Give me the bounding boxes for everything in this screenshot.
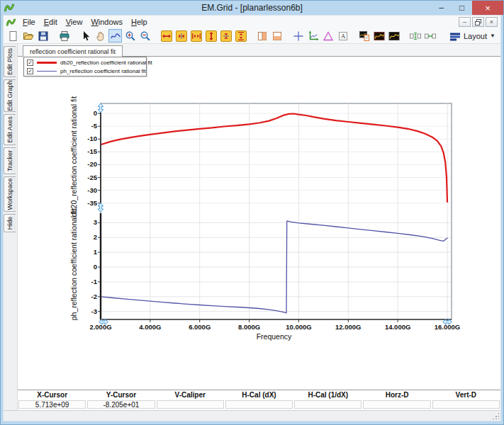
- legend-entry: ✓ph_reflection coefficient rational fit: [24, 67, 146, 75]
- expand-x-icon[interactable]: [159, 29, 173, 42]
- plot-region: 0-5-10-15-20-25-30-353210-1-2-32.000G4.0…: [18, 57, 500, 390]
- plot-single-icon[interactable]: [387, 29, 401, 42]
- legend-line-sample: [37, 62, 57, 64]
- zoom-region-icon[interactable]: [108, 29, 122, 42]
- legend-label: ph_reflection coefficient rational fit: [60, 68, 146, 74]
- copy-plot-icon[interactable]: [357, 29, 371, 42]
- status-value: [363, 400, 430, 409]
- legend-checkbox[interactable]: ✓: [27, 68, 33, 74]
- sidebar-tab-edit-graph[interactable]: Edit Graph: [4, 79, 16, 112]
- window-title: EM.Grid - [planarlesson6b]: [1, 3, 503, 13]
- sidebar-tab-workspace[interactable]: Workspace: [4, 176, 16, 212]
- svg-text:1: 1: [94, 248, 98, 256]
- mdi-close-button[interactable]: ×: [486, 17, 498, 27]
- svg-text:-15: -15: [87, 147, 97, 155]
- svg-text:6.000G: 6.000G: [189, 323, 211, 331]
- vertical-spacing-icon[interactable]: [408, 29, 422, 42]
- status-value: 5.713e+09: [18, 400, 86, 409]
- fit-x-icon[interactable]: [189, 29, 203, 42]
- mdi-minimize-button[interactable]: –: [459, 17, 471, 27]
- mdi-restore-button[interactable]: [472, 17, 484, 27]
- svg-text:-30: -30: [87, 186, 97, 194]
- svg-text:0: 0: [94, 263, 97, 271]
- sidebar-tab-edit-axes[interactable]: Edit Axes: [4, 114, 16, 145]
- svg-text:3: 3: [94, 218, 97, 226]
- save-icon[interactable]: [36, 29, 50, 42]
- menu-file[interactable]: File: [18, 16, 40, 28]
- window-minimize-button[interactable]: –: [431, 1, 452, 15]
- svg-text:A: A: [340, 33, 345, 40]
- status-header: Horz-D: [362, 390, 431, 400]
- axes-icon[interactable]: [306, 29, 320, 42]
- window-close-button[interactable]: ×: [472, 1, 503, 15]
- emgrid-logo-icon: [4, 3, 14, 13]
- layout-button-label: Layout: [464, 32, 487, 40]
- menu-help[interactable]: Help: [127, 16, 152, 28]
- document-tab-bar: reflection coefficient rational fit: [18, 44, 500, 57]
- app-window: EM.Grid - [planarlesson6b] – □ × FileEdi…: [0, 0, 504, 425]
- sidebar-tab-edit-plots[interactable]: Edit Plots: [4, 46, 16, 77]
- vertical-split-icon[interactable]: [255, 29, 269, 42]
- sidebar: Edit PlotsEdit GraphEdit AxesTrackerWork…: [4, 44, 17, 410]
- shrink-y-icon[interactable]: [219, 29, 233, 42]
- sidebar-tab-hide[interactable]: Hide: [4, 214, 16, 232]
- zoom-out-icon[interactable]: [138, 29, 152, 42]
- status-value: [294, 400, 362, 409]
- status-value: [432, 400, 500, 409]
- svg-text:-20: -20: [87, 160, 97, 168]
- plot-border: [101, 103, 452, 319]
- horizontal-split-icon[interactable]: [270, 29, 284, 42]
- legend-checkbox[interactable]: ✓: [27, 60, 33, 66]
- shrink-x-icon[interactable]: [174, 29, 188, 42]
- workspace: Edit PlotsEdit GraphEdit AxesTrackerWork…: [4, 44, 500, 410]
- svg-text:-2: -2: [91, 293, 97, 300]
- toolbar: A Layout ▼: [4, 28, 500, 44]
- pointer-icon[interactable]: [79, 29, 92, 42]
- delta-marker-icon[interactable]: [321, 29, 335, 42]
- cursor-readout-table: X-CursorY-CursorV-CaliperH-Cal (dX)H-Cal…: [18, 390, 500, 410]
- open-file-icon[interactable]: [21, 29, 35, 42]
- ph-axis-title: ph_reflection coefficient rational fit: [69, 208, 78, 321]
- menu-bar: FileEditViewWindowsHelp –×: [4, 16, 500, 28]
- document-tab[interactable]: reflection coefficient rational fit: [23, 45, 123, 57]
- status-value: [225, 400, 293, 409]
- document-logo-icon: [6, 18, 16, 27]
- horizontal-spacing-icon[interactable]: [423, 29, 437, 42]
- svg-text:2.000G: 2.000G: [89, 323, 111, 331]
- status-strip: [4, 410, 500, 421]
- text-label-icon[interactable]: A: [336, 29, 349, 42]
- status-header: Vert-D: [432, 390, 500, 400]
- svg-text:-1: -1: [91, 278, 98, 285]
- window-maximize-button[interactable]: □: [452, 1, 472, 15]
- menu-edit[interactable]: Edit: [40, 16, 62, 28]
- status-header: H-Cal (dX): [225, 390, 293, 400]
- status-header: Y-Cursor: [86, 390, 155, 400]
- expand-y-icon[interactable]: [204, 29, 218, 42]
- status-value: [157, 400, 224, 409]
- fit-y-icon[interactable]: [234, 29, 247, 42]
- legend-box[interactable]: ✓db20_reflection coefficient rational fi…: [23, 57, 147, 76]
- svg-text:-25: -25: [87, 174, 97, 181]
- svg-text:-35: -35: [87, 199, 97, 207]
- svg-text:14.000G: 14.000G: [385, 323, 410, 331]
- print-icon[interactable]: [57, 29, 71, 42]
- chart-svg: 0-5-10-15-20-25-30-353210-1-2-32.000G4.0…: [18, 57, 500, 390]
- resize-grip[interactable]: [492, 412, 499, 419]
- layout-button[interactable]: Layout ▼: [446, 30, 499, 42]
- menu-windows[interactable]: Windows: [86, 16, 127, 28]
- status-header: H-Cal (1/dX): [293, 390, 362, 400]
- svg-text:2: 2: [94, 233, 97, 241]
- crosshair-icon[interactable]: [291, 29, 305, 42]
- new-document-icon[interactable]: [6, 29, 20, 42]
- status-header: V-Caliper: [156, 390, 225, 400]
- pan-hand-icon[interactable]: [94, 29, 107, 42]
- layout-bars-icon: [449, 30, 461, 42]
- svg-text:-10: -10: [87, 135, 97, 142]
- svg-text:0: 0: [94, 109, 97, 117]
- sidebar-tab-tracker[interactable]: Tracker: [4, 147, 16, 174]
- svg-text:4.000G: 4.000G: [139, 323, 161, 331]
- legend-label: db20_reflection coefficient rational fit: [60, 60, 152, 66]
- zoom-in-icon[interactable]: [123, 29, 137, 42]
- plot-dual-icon[interactable]: [372, 29, 386, 42]
- menu-view[interactable]: View: [62, 16, 87, 28]
